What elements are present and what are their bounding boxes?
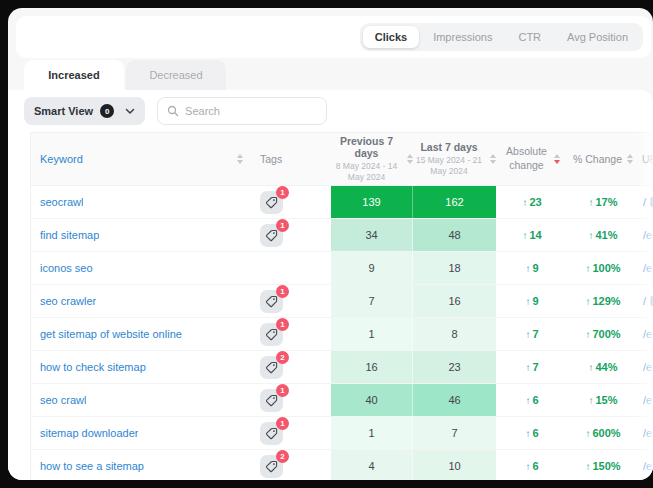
header-percent-change[interactable]: % Change — [568, 133, 638, 185]
tag-count-badge: 1 — [276, 318, 289, 331]
tag-icon — [265, 460, 278, 473]
up-arrow-icon: ↑ — [525, 329, 530, 340]
url-link[interactable]: /en/ — [643, 427, 653, 439]
percent-change-cell: ↑ 150% — [568, 450, 638, 480]
tag-icon — [265, 361, 278, 374]
url-link[interactable]: /en/ — [643, 361, 653, 373]
absolute-change-cell: ↑ 7 — [496, 318, 568, 350]
url-cell[interactable]: /en/ — [638, 450, 653, 480]
tag-count-badge: 1 — [276, 285, 289, 298]
search-input[interactable] — [185, 105, 317, 117]
smart-view-count-badge: 0 — [100, 104, 114, 118]
tag-icon — [265, 328, 278, 341]
table-row: find sitemap 1 34 48 ↑ 14 ↑ 41% /en/ — [31, 219, 653, 252]
url-cell[interactable]: /en/ — [638, 417, 653, 449]
keyword-link[interactable]: sitemap downloader — [40, 427, 138, 439]
percent-change-cell: ↑ 41% — [568, 219, 638, 251]
tag-count-badge: 2 — [276, 450, 289, 463]
url-link[interactable]: /en/ — [643, 229, 653, 241]
absolute-change-cell: ↑ 14 — [496, 219, 568, 251]
table-row: iconos seo 9 18 ↑ 9 ↑ 100% /en/ — [31, 252, 653, 285]
url-link[interactable]: /en/ — [643, 394, 653, 406]
url-cell[interactable]: /en/ — [638, 318, 653, 350]
tag-chip[interactable]: 1 — [260, 389, 283, 412]
table-header-row: Keyword Tags Previous 7 days 8 May 2024 … — [31, 132, 653, 186]
up-arrow-icon: ↑ — [525, 263, 530, 274]
tag-count-badge: 2 — [276, 351, 289, 364]
up-arrow-icon: ↑ — [585, 461, 590, 472]
keyword-link[interactable]: how to see a sitemap — [40, 460, 144, 472]
tab-decreased[interactable]: Decreased — [126, 60, 226, 90]
tag-count-badge: 1 — [276, 219, 289, 232]
up-arrow-icon: ↑ — [525, 395, 530, 406]
tab-impressions[interactable]: Impressions — [421, 26, 504, 48]
keyword-link[interactable]: how to check sitemap — [40, 361, 146, 373]
keyword-link[interactable]: seo crawler — [40, 295, 96, 307]
last-value-cell: 23 — [413, 351, 496, 383]
tag-chip[interactable]: 1 — [260, 422, 283, 445]
absolute-change-cell: ↑ 9 — [496, 285, 568, 317]
previous-value-cell: 9 — [331, 252, 413, 284]
keyword-link[interactable]: get sitemap of website online — [40, 328, 182, 340]
tag-chip[interactable]: 2 — [260, 356, 283, 379]
header-previous-7-days[interactable]: Previous 7 days 8 May 2024 - 14 May 2024 — [331, 133, 413, 185]
sort-icon-keyword[interactable] — [237, 154, 243, 164]
tag-icon — [265, 295, 278, 308]
absolute-change-cell: ↑ 9 — [496, 252, 568, 284]
keyword-link[interactable]: iconos seo — [40, 262, 93, 274]
keyword-link[interactable]: seo crawl — [40, 394, 86, 406]
sort-icon-absolute-change[interactable] — [554, 154, 560, 164]
search-box[interactable] — [157, 97, 327, 125]
url-cell[interactable]: /en/ — [638, 384, 653, 416]
tab-increased[interactable]: Increased — [24, 60, 124, 90]
keyword-link[interactable]: find sitemap — [40, 229, 99, 241]
header-tags: Tags — [253, 133, 331, 185]
url-link[interactable]: /en/ — [643, 460, 653, 472]
last-value-cell: 162 — [413, 186, 496, 218]
url-cell[interactable]: / — [638, 285, 653, 317]
url-cell[interactable]: / — [638, 186, 653, 218]
previous-value-cell: 40 — [331, 384, 413, 416]
tag-chip[interactable]: 1 — [260, 290, 283, 313]
url-link[interactable]: /en/ — [643, 262, 653, 274]
up-arrow-icon: ↑ — [585, 428, 590, 439]
url-link[interactable]: /en/ — [643, 328, 653, 340]
url-cell[interactable]: /en/ — [638, 219, 653, 251]
toolbar: Smart View 0 — [8, 90, 653, 132]
table-row: seocrawl 1 139 162 ↑ 23 ↑ 17% / — [31, 186, 653, 219]
tab-avg-position[interactable]: Avg Position — [555, 26, 640, 48]
keyword-table: Keyword Tags Previous 7 days 8 May 2024 … — [30, 132, 653, 480]
absolute-change-cell: ↑ 6 — [496, 384, 568, 416]
trend-tab-group: Increased Decreased — [24, 60, 226, 90]
header-absolute-change[interactable]: Absolute change — [496, 133, 568, 185]
up-arrow-icon: ↑ — [588, 197, 593, 208]
previous-value-cell: 1 — [331, 417, 413, 449]
percent-change-cell: ↑ 600% — [568, 417, 638, 449]
percent-change-cell: ↑ 44% — [568, 351, 638, 383]
up-arrow-icon: ↑ — [522, 230, 527, 241]
percent-change-cell: ↑ 15% — [568, 384, 638, 416]
sort-icon-percent-change[interactable] — [627, 154, 633, 164]
header-keyword[interactable]: Keyword — [31, 133, 253, 185]
previous-value-cell: 16 — [331, 351, 413, 383]
tab-clicks[interactable]: Clicks — [363, 26, 419, 48]
tag-icon — [265, 427, 278, 440]
tag-chip[interactable]: 1 — [260, 224, 283, 247]
tab-ctr[interactable]: CTR — [506, 26, 553, 48]
smart-view-dropdown[interactable]: Smart View 0 — [24, 97, 145, 125]
keyword-link[interactable]: seocrawl — [40, 196, 83, 208]
url-link[interactable]: / — [643, 196, 646, 208]
up-arrow-icon: ↑ — [525, 461, 530, 472]
absolute-change-cell: ↑ 23 — [496, 186, 568, 218]
tag-chip[interactable]: 1 — [260, 191, 283, 214]
up-arrow-icon: ↑ — [588, 362, 593, 373]
up-arrow-icon: ↑ — [525, 362, 530, 373]
tag-chip[interactable]: 2 — [260, 455, 283, 478]
up-arrow-icon: ↑ — [585, 296, 590, 307]
url-cell[interactable]: /en/ — [638, 252, 653, 284]
header-last-7-days[interactable]: Last 7 days 15 May 2024 - 21 May 2024 — [413, 133, 496, 185]
tag-chip[interactable]: 1 — [260, 323, 283, 346]
tag-count-badge: 1 — [276, 417, 289, 430]
url-cell[interactable]: /en/ — [638, 351, 653, 383]
url-link[interactable]: / — [643, 295, 646, 307]
